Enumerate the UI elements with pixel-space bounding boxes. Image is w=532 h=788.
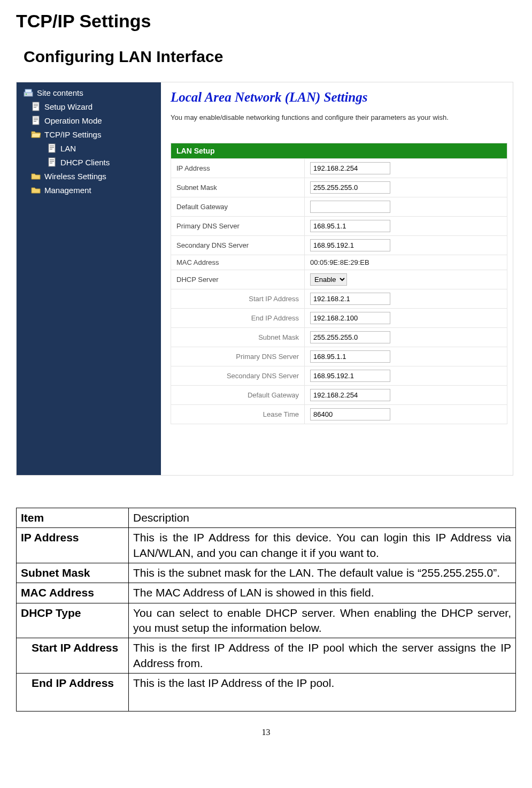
folder-icon (30, 171, 41, 181)
svg-rect-8 (34, 118, 38, 118)
svg-rect-6 (34, 107, 36, 108)
sidebar-item-wireless-settings[interactable]: Wireless Settings (17, 169, 161, 183)
sidebar-item-label: DHCP Clients (60, 158, 110, 167)
table-row: DHCP Type You can select to enable DHCP … (17, 603, 516, 638)
svg-point-2 (26, 94, 27, 95)
sidebar-item-label: LAN (60, 144, 76, 153)
dhcp-subnet-input[interactable] (310, 331, 390, 343)
row-desc: You can select to enable DHCP server. Wh… (129, 603, 516, 638)
svg-rect-3 (33, 102, 39, 111)
svg-rect-1 (25, 89, 32, 93)
sidebar-item-management[interactable]: Management (17, 183, 161, 197)
svg-rect-11 (49, 144, 55, 152)
sidebar-item-site-contents[interactable]: Site contents (17, 86, 161, 100)
row-desc: This is the IP Address for this device. … (129, 528, 516, 563)
page-title-h2: Configuring LAN Interface (24, 48, 516, 66)
svg-rect-5 (34, 105, 38, 106)
site-icon (23, 88, 34, 97)
screenshot-panel: Site contents Setup Wizard Operation Mod… (16, 82, 513, 476)
sidebar: Site contents Setup Wizard Operation Mod… (17, 82, 161, 475)
row-label: Lease Time (171, 405, 305, 424)
end-ip-input[interactable] (310, 312, 390, 324)
row-label: Default Gateway (171, 197, 305, 217)
sidebar-item-label: Setup Wizard (44, 102, 92, 111)
table-row: IP Address This is the IP Address for th… (17, 528, 516, 563)
start-ip-input[interactable] (310, 293, 390, 305)
lan-setup-table: LAN Setup IP Address Subnet Mask Default… (171, 143, 507, 424)
dhcp-gateway-input[interactable] (310, 389, 390, 401)
row-item: DHCP Type (17, 603, 129, 638)
sidebar-item-operation-mode[interactable]: Operation Mode (17, 113, 161, 127)
row-label: Default Gateway (171, 386, 305, 405)
row-desc: This is the first IP Address of the IP p… (129, 638, 516, 674)
row-label: Primary DNS Server (171, 347, 305, 366)
default-gateway-input[interactable] (310, 201, 390, 213)
row-item: End IP Address (17, 674, 129, 712)
secondary-dns-input[interactable] (310, 239, 390, 251)
primary-dns-input[interactable] (310, 220, 390, 232)
sidebar-item-label: Management (44, 186, 91, 195)
header-item: Item (17, 508, 129, 528)
row-desc: The MAC Address of LAN is showed in this… (129, 583, 516, 603)
row-label: Subnet Mask (171, 178, 305, 197)
svg-rect-10 (34, 121, 36, 121)
lease-time-input[interactable] (310, 408, 390, 420)
row-label: MAC Address (171, 255, 305, 270)
section-subtitle: You may enable/disable networking functi… (171, 113, 507, 121)
svg-rect-18 (50, 163, 52, 163)
svg-rect-17 (50, 161, 54, 162)
row-label: DHCP Server (171, 270, 305, 289)
folder-icon (30, 185, 41, 195)
row-label: IP Address (171, 159, 305, 178)
dhcp-primary-dns-input[interactable] (310, 350, 390, 363)
page-icon (30, 102, 41, 111)
svg-rect-13 (50, 147, 54, 148)
dhcp-server-select[interactable]: Enable (310, 273, 347, 286)
sidebar-item-label: Site contents (37, 88, 83, 97)
page-icon (47, 143, 57, 153)
row-label: Secondary DNS Server (171, 236, 305, 255)
page-number: 13 (16, 728, 516, 737)
row-item: Start IP Address (17, 638, 129, 674)
subnet-mask-input[interactable] (310, 181, 390, 194)
row-item: MAC Address (17, 583, 129, 603)
section-title: Local Area Network (LAN) Settings (171, 90, 507, 105)
svg-rect-15 (49, 158, 55, 166)
sidebar-item-label: Wireless Settings (44, 172, 106, 181)
row-label: Primary DNS Server (171, 217, 305, 236)
page-icon (30, 116, 41, 125)
sidebar-item-dhcp-clients[interactable]: DHCP Clients (17, 155, 161, 169)
sidebar-item-lan[interactable]: LAN (17, 141, 161, 155)
sidebar-item-setup-wizard[interactable]: Setup Wizard (17, 100, 161, 113)
svg-rect-16 (50, 159, 54, 160)
svg-rect-4 (34, 104, 38, 104)
row-label: Subnet Mask (171, 328, 305, 347)
group-header: LAN Setup (171, 143, 507, 159)
table-header-row: Item Description (17, 508, 516, 528)
ip-address-input[interactable] (310, 162, 390, 174)
header-desc: Description (129, 508, 516, 528)
description-table: Item Description IP Address This is the … (16, 508, 516, 712)
sidebar-item-tcpip-settings[interactable]: TCP/IP Settings (17, 127, 161, 141)
sidebar-item-label: TCP/IP Settings (44, 130, 101, 139)
dhcp-secondary-dns-input[interactable] (310, 370, 390, 382)
row-label: Secondary DNS Server (171, 366, 305, 386)
row-item: IP Address (17, 528, 129, 563)
svg-rect-12 (50, 146, 54, 146)
settings-content: Local Area Network (LAN) Settings You ma… (161, 82, 513, 475)
table-row: End IP Address This is the last IP Addre… (17, 674, 516, 712)
sidebar-item-label: Operation Mode (44, 116, 102, 125)
row-desc: This is the subnet mask for the LAN. The… (129, 563, 516, 583)
table-row: Start IP Address This is the first IP Ad… (17, 638, 516, 674)
table-row: Subnet Mask This is the subnet mask for … (17, 563, 516, 583)
page-icon (47, 157, 57, 167)
svg-rect-7 (33, 116, 39, 125)
row-desc: This is the last IP Address of the IP po… (129, 674, 516, 712)
row-item: Subnet Mask (17, 563, 129, 583)
row-label: End IP Address (171, 309, 305, 328)
table-row: MAC Address The MAC Address of LAN is sh… (17, 583, 516, 603)
mac-address-value: 00:05:9E:8E:29:EB (310, 258, 369, 266)
row-label: Start IP Address (171, 289, 305, 309)
folder-open-icon (30, 129, 41, 139)
page-title-h1: TCP/IP Settings (16, 11, 516, 32)
